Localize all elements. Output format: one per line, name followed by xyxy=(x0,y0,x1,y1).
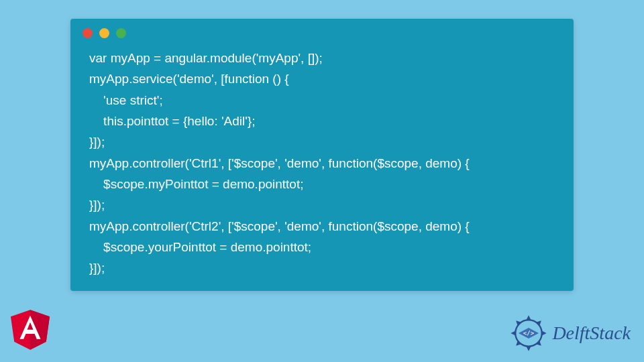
svg-marker-9 xyxy=(511,331,516,336)
svg-marker-10 xyxy=(515,319,521,326)
minimize-icon xyxy=(99,28,109,38)
close-icon xyxy=(83,28,93,38)
svg-marker-7 xyxy=(527,347,531,351)
svg-marker-3 xyxy=(527,315,531,320)
delftstack-brand: </> DelftStack xyxy=(509,314,631,353)
maximize-icon xyxy=(116,28,126,38)
svg-marker-6 xyxy=(537,341,543,347)
svg-marker-8 xyxy=(515,341,521,347)
angular-logo-icon xyxy=(8,305,52,352)
window-controls xyxy=(70,19,574,45)
svg-text:</>: </> xyxy=(523,329,535,337)
svg-marker-4 xyxy=(537,319,543,326)
brand-name: DelftStack xyxy=(552,322,631,344)
delftstack-badge-icon: </> xyxy=(509,314,548,353)
code-window: var myApp = angular.module('myApp', []);… xyxy=(70,19,574,291)
code-block: var myApp = angular.module('myApp', []);… xyxy=(70,45,574,279)
svg-marker-5 xyxy=(542,331,547,336)
